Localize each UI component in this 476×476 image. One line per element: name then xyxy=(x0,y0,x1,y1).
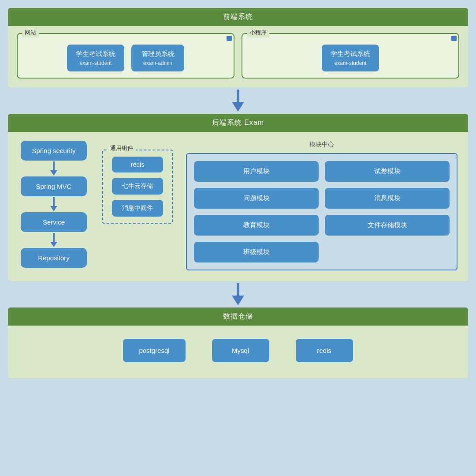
page-wrapper: 前端系统 网站 学生考试系统 exam-student 管理员系统 exam-a… xyxy=(8,8,468,378)
backend-body: Spring security Spring MVC Service Repos… xyxy=(8,132,468,281)
common-components: 通用组件 redis 七牛云存储 消息中间件 xyxy=(102,150,173,224)
flow-arrow-2 xyxy=(50,197,57,211)
frontend-header: 前端系统 xyxy=(8,8,468,26)
module-question: 问题模块 xyxy=(194,188,319,209)
module-grid: 用户模块 试卷模块 问题模块 消息模块 教育模块 文件存储模块 班级模块 xyxy=(194,161,450,262)
flow-repository: Repository xyxy=(21,248,87,268)
module-class: 班级模块 xyxy=(194,242,319,262)
backend-section: 后端系统 Exam Spring security Spring MVC Ser… xyxy=(8,114,468,281)
arrow-backend-database xyxy=(8,281,468,307)
module-grid-wrapper: 用户模块 试卷模块 问题模块 消息模块 教育模块 文件存储模块 班级模块 xyxy=(186,153,457,270)
student-system-web-sub: exam-student xyxy=(76,60,115,66)
common-mq: 消息中间件 xyxy=(112,200,163,217)
module-message: 消息模块 xyxy=(325,188,450,209)
db-redis: redis xyxy=(296,339,353,362)
module-center: 模块中心 用户模块 试卷模块 问题模块 消息模块 教育模块 文件存储模块 班级模… xyxy=(186,141,457,270)
website-group: 网站 学生考试系统 exam-student 管理员系统 exam-admin xyxy=(17,33,234,79)
module-exam: 试卷模块 xyxy=(325,161,450,182)
flow-service: Service xyxy=(21,212,87,232)
module-filestorage: 文件存储模块 xyxy=(325,215,450,236)
backend-header: 后端系统 Exam xyxy=(8,114,468,132)
website-systems: 学生考试系统 exam-student 管理员系统 exam-admin xyxy=(24,45,227,71)
flow-column: Spring security Spring MVC Service Repos… xyxy=(19,141,89,268)
admin-system: 管理员系统 exam-admin xyxy=(131,45,184,71)
student-system-web-name: 学生考试系统 xyxy=(76,50,115,58)
flow-spring-mvc: Spring MVC xyxy=(21,176,87,196)
website-label: 网站 xyxy=(22,28,39,37)
arrow-frontend-backend xyxy=(8,87,468,114)
frontend-body: 网站 学生考试系统 exam-student 管理员系统 exam-admin … xyxy=(8,26,468,87)
flow-arrow-1 xyxy=(50,161,57,176)
module-center-label: 模块中心 xyxy=(186,141,457,149)
flow-spring-security: Spring security xyxy=(21,141,87,161)
db-postgresql: postgresql xyxy=(123,339,185,362)
common-wrapper: 通用组件 redis 七牛云存储 消息中间件 xyxy=(102,141,173,224)
db-mysql: Mysql xyxy=(212,339,269,362)
admin-system-name: 管理员系统 xyxy=(140,50,175,58)
database-body: postgresql Mysql redis xyxy=(8,326,468,378)
miniapp-group: 小程序 学生考试系统 exam-student xyxy=(242,33,459,79)
module-user: 用户模块 xyxy=(194,161,319,182)
student-system-web: 学生考试系统 exam-student xyxy=(67,45,124,71)
student-system-mini-name: 学生考试系统 xyxy=(331,50,370,58)
database-header: 数据仓储 xyxy=(8,307,468,326)
corner-icon xyxy=(227,36,232,41)
corner-icon-mini xyxy=(451,36,457,41)
module-education: 教育模块 xyxy=(194,215,319,236)
flow-arrow-3 xyxy=(50,233,57,247)
admin-system-sub: exam-admin xyxy=(140,60,175,66)
common-redis: redis xyxy=(112,157,163,172)
miniapp-systems: 学生考试系统 exam-student xyxy=(249,45,452,71)
common-qiniu: 七牛云存储 xyxy=(112,178,163,195)
student-system-mini-sub: exam-student xyxy=(331,60,370,66)
common-label: 通用组件 xyxy=(108,144,136,152)
frontend-section: 前端系统 网站 学生考试系统 exam-student 管理员系统 exam-a… xyxy=(8,8,468,87)
student-system-mini: 学生考试系统 exam-student xyxy=(322,45,379,71)
miniapp-label: 小程序 xyxy=(247,28,269,37)
database-section: 数据仓储 postgresql Mysql redis xyxy=(8,307,468,378)
